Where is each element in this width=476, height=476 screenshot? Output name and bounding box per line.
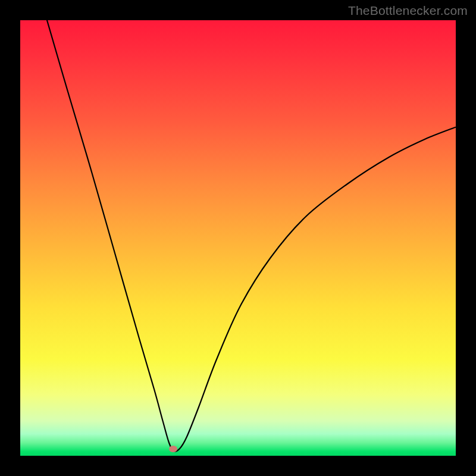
plot-area bbox=[20, 20, 456, 456]
optimal-point-marker bbox=[169, 446, 177, 452]
attribution-label: TheBottlenecker.com bbox=[348, 4, 468, 18]
chart-frame: TheBottlenecker.com bbox=[0, 0, 476, 476]
bottleneck-curve bbox=[20, 20, 456, 456]
